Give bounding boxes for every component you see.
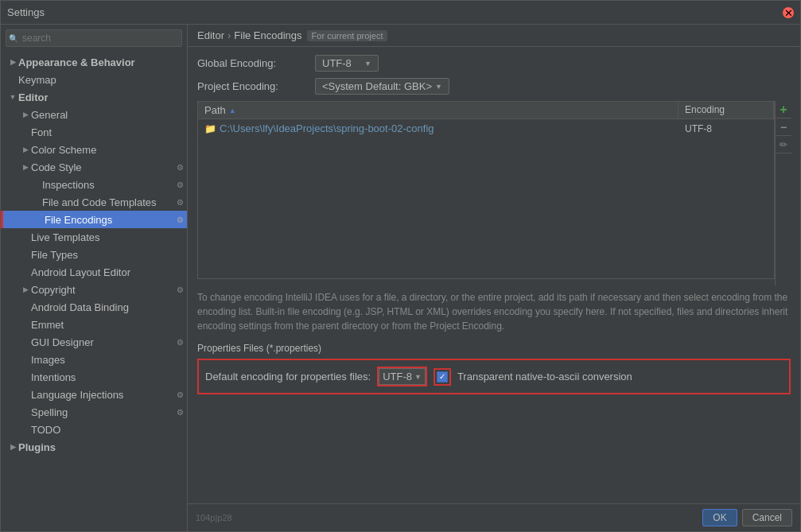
sidebar-item-label: Images	[31, 354, 187, 366]
global-encoding-select[interactable]: UTF-8 ▼	[315, 55, 379, 72]
expand-arrow-icon: ▶	[20, 285, 31, 293]
main-layout: 🔍 ▶ Appearance & Behavior ▶ Keymap	[1, 25, 800, 531]
title-bar-controls: ✕	[783, 7, 794, 18]
sidebar-item-label: Live Templates	[31, 231, 187, 243]
sidebar-item-images[interactable]: ▶ Images	[1, 351, 187, 368]
dialog-footer: 104p|p28 OK Cancel	[188, 503, 800, 531]
sidebar-item-label: Editor	[18, 91, 187, 103]
expand-arrow-icon: ▶	[20, 111, 31, 118]
sidebar-item-label: Copyright	[31, 284, 177, 296]
no-arrow: ▶	[20, 128, 31, 136]
encoding-cell: UTF-8	[679, 122, 774, 136]
edit-row-button[interactable]: ✏	[776, 136, 791, 153]
sidebar-item-todo[interactable]: ▶ TODO	[1, 421, 187, 438]
properties-encoding-value: UTF-8	[383, 371, 412, 382]
sidebar-item-label: General	[31, 109, 187, 121]
path-cell: 📁 C:\Users\lfy\IdeaProjects\spring-boot-…	[198, 121, 679, 136]
breadcrumb-parent: Editor	[197, 29, 224, 41]
dropdown-arrow-icon: ▼	[414, 373, 422, 381]
sidebar-item-keymap[interactable]: ▶ Keymap	[1, 71, 187, 88]
expand-arrow-icon: ▶	[20, 146, 31, 153]
project-encoding-row: Project Encoding: <System Default: GBK> …	[197, 78, 791, 95]
sidebar-item-label: Emmet	[31, 319, 187, 331]
transparent-label: Transparent native-to-ascii conversion	[457, 371, 632, 382]
global-encoding-label: Global Encoding:	[197, 57, 309, 69]
sidebar-item-android-data-binding[interactable]: ▶ Android Data Binding	[1, 298, 187, 316]
sidebar-item-intentions[interactable]: ▶ Intentions	[1, 368, 187, 386]
sidebar-item-inspections[interactable]: ▶ Inspections ⚙	[1, 176, 187, 193]
sidebar-item-label: Keymap	[18, 74, 187, 86]
transparent-checkbox[interactable]: ✓	[437, 371, 448, 382]
sidebar-item-appearance[interactable]: ▶ Appearance & Behavior	[1, 53, 187, 71]
encodings-table-wrapper: Path ▲ Encoding 📁 C:\Users\lfy\IdeaProje…	[197, 101, 791, 285]
no-arrow: ▶	[20, 373, 31, 381]
sidebar-item-plugins[interactable]: ▶ Plugins	[1, 438, 187, 456]
sidebar-item-copyright[interactable]: ▶ Copyright ⚙	[1, 281, 187, 298]
sidebar-item-label: Inspections	[42, 179, 177, 191]
global-encoding-value: UTF-8	[322, 57, 352, 69]
table-body: 📁 C:\Users\lfy\IdeaProjects\spring-boot-…	[198, 119, 774, 278]
properties-encoding-select[interactable]: UTF-8 ▼	[379, 368, 426, 385]
sort-icon: ▲	[229, 107, 236, 115]
sidebar-item-language-injections[interactable]: ▶ Language Injections ⚙	[1, 386, 187, 403]
table-container: Path ▲ Encoding 📁 C:\Users\lfy\IdeaProje…	[197, 101, 775, 279]
sidebar-item-spelling[interactable]: ▶ Spelling ⚙	[1, 403, 187, 421]
breadcrumb-separator: ›	[227, 29, 231, 41]
no-arrow: ▶	[20, 303, 31, 311]
settings-icon: ⚙	[177, 181, 184, 189]
no-arrow: ▶	[20, 268, 31, 276]
properties-box: Default encoding for properties files: U…	[197, 359, 791, 394]
sidebar-item-editor[interactable]: ▼ Editor	[1, 88, 187, 106]
sidebar-item-emmet[interactable]: ▶ Emmet	[1, 316, 187, 333]
expand-arrow-icon: ▶	[7, 443, 18, 451]
default-encoding-label: Default encoding for properties files:	[205, 371, 371, 382]
cancel-button[interactable]: Cancel	[742, 509, 792, 526]
settings-icon: ⚙	[177, 408, 184, 417]
settings-icon: ⚙	[177, 216, 184, 224]
encoding-column-header: Encoding	[679, 102, 774, 118]
sidebar-item-android-layout-editor[interactable]: ▶ Android Layout Editor	[1, 263, 187, 281]
add-row-button[interactable]: +	[776, 101, 791, 118]
sidebar-item-label: Language Injections	[31, 389, 177, 401]
search-icon: 🔍	[9, 34, 18, 43]
settings-icon: ⚙	[177, 338, 184, 347]
sidebar-item-label: Android Data Binding	[31, 301, 187, 313]
search-input[interactable]	[6, 29, 182, 47]
no-arrow: ▶	[20, 425, 31, 433]
expand-arrow-icon: ▶	[7, 58, 18, 66]
table-row[interactable]: 📁 C:\Users\lfy\IdeaProjects\spring-boot-…	[198, 119, 774, 138]
main-content-area: Global Encoding: UTF-8 ▼ Project Encodin…	[188, 47, 800, 503]
sidebar-item-code-style[interactable]: ▶ Code Style ⚙	[1, 158, 187, 176]
sidebar-item-font[interactable]: ▶ Font	[1, 123, 187, 141]
sidebar-item-file-encodings[interactable]: ▶ File Encodings ⚙	[1, 211, 187, 228]
sidebar-item-label: Font	[31, 126, 187, 138]
sidebar-item-live-templates[interactable]: ▶ Live Templates	[1, 228, 187, 246]
table-header: Path ▲ Encoding	[198, 102, 774, 119]
sidebar-item-gui-designer[interactable]: ▶ GUI Designer ⚙	[1, 333, 187, 351]
breadcrumb-current: File Encodings	[234, 29, 301, 41]
description-text: To change encoding IntelliJ IDEA uses fo…	[197, 285, 791, 338]
settings-icon: ⚙	[177, 163, 184, 172]
path-column-header: Path ▲	[198, 102, 679, 118]
sidebar-item-file-types[interactable]: ▶ File Types	[1, 246, 187, 263]
project-encoding-select[interactable]: <System Default: GBK> ▼	[315, 78, 449, 95]
path-column-label: Path	[204, 104, 226, 116]
project-encoding-value: <System Default: GBK>	[322, 80, 432, 92]
sidebar-item-label: Appearance & Behavior	[18, 56, 187, 68]
sidebar-item-color-scheme[interactable]: ▶ Color Scheme	[1, 141, 187, 158]
no-arrow: ▶	[20, 338, 31, 346]
sidebar-item-label: Android Layout Editor	[31, 266, 187, 278]
ok-button[interactable]: OK	[702, 509, 737, 526]
sidebar-item-label: File Types	[31, 249, 187, 261]
title-bar: Settings ✕	[1, 1, 800, 25]
sidebar-item-file-code-templates[interactable]: ▶ File and Code Templates ⚙	[1, 193, 187, 211]
properties-label: Properties Files (*.properties)	[197, 343, 791, 354]
main-panel: Editor › File Encodings For current proj…	[188, 25, 800, 531]
encoding-select-box: UTF-8 ▼	[377, 367, 427, 386]
global-encoding-row: Global Encoding: UTF-8 ▼	[197, 55, 791, 72]
sidebar-item-label: TODO	[31, 424, 187, 436]
sidebar-item-general[interactable]: ▶ General	[1, 106, 187, 123]
close-button[interactable]: ✕	[783, 7, 794, 18]
no-arrow: ▶	[20, 320, 31, 328]
remove-row-button[interactable]: −	[776, 118, 791, 136]
